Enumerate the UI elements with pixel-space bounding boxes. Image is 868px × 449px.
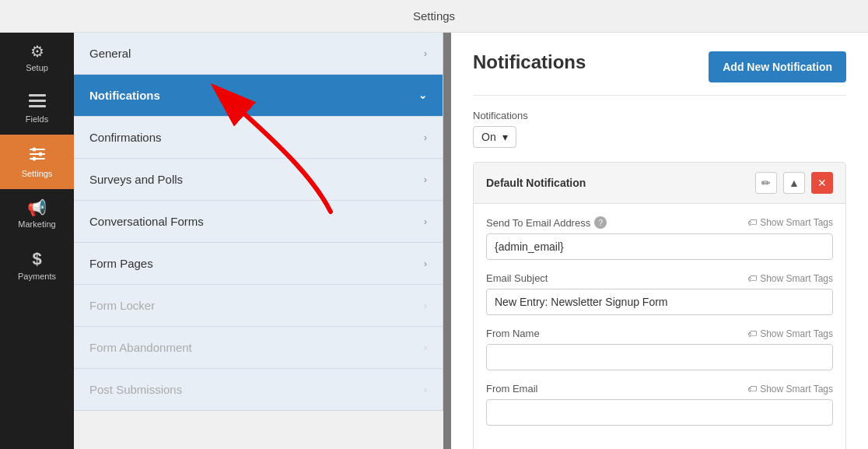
tag-icon-email-subject: 🏷 — [747, 273, 757, 284]
show-smart-tags-email-subject[interactable]: 🏷Show Smart Tags — [747, 273, 833, 284]
notifications-select[interactable]: On ▾ — [473, 126, 516, 148]
sidebar-item-marketing[interactable]: 📢 Marketing — [0, 189, 74, 240]
form-label-from-name: From Name — [486, 328, 540, 339]
svg-rect-0 — [29, 94, 46, 96]
nav-item-notifications[interactable]: Notifications ⌄ — [74, 75, 443, 117]
input-email-subject[interactable] — [486, 289, 833, 315]
card-actions: ✏ ▲ ✕ — [755, 172, 833, 194]
show-smart-tags-from-email[interactable]: 🏷Show Smart Tags — [747, 384, 833, 395]
input-from-email[interactable] — [486, 399, 833, 426]
notification-card-body: Send To Email Address?🏷Show Smart TagsEm… — [474, 204, 845, 449]
payments-icon: $ — [32, 251, 41, 268]
content-area: Notifications Add New Notification Notif… — [451, 33, 868, 449]
form-label-from-email: From Email — [486, 383, 537, 395]
svg-rect-2 — [29, 105, 46, 107]
scroll-divider — [443, 33, 451, 449]
chevron-right-icon-8: › — [424, 384, 427, 395]
chevron-down-icon: ⌄ — [418, 89, 427, 101]
form-row-from-name: From Name🏷Show Smart Tags — [486, 328, 833, 370]
form-label-email-subject: Email Subject — [486, 272, 548, 284]
nav-label-general: General — [89, 47, 131, 60]
nav-label-conversational-forms: Conversational Forms — [89, 215, 204, 228]
chevron-right-icon-2: › — [424, 132, 427, 143]
nav-item-conversational-forms[interactable]: Conversational Forms › — [74, 201, 443, 243]
sidebar-label-payments: Payments — [18, 272, 56, 281]
add-notification-button[interactable]: Add New Notification — [709, 51, 846, 82]
nav-item-surveys-polls[interactable]: Surveys and Polls › — [74, 159, 443, 201]
sidebar-label-setup: Setup — [26, 63, 48, 72]
form-label-send-to-email: Send To Email Address? — [486, 216, 607, 229]
nav-label-surveys-polls: Surveys and Polls — [89, 173, 183, 186]
marketing-icon: 📢 — [27, 200, 47, 216]
show-smart-tags-from-name[interactable]: 🏷Show Smart Tags — [747, 328, 833, 339]
notifications-label: Notifications — [473, 110, 846, 121]
sidebar-label-marketing: Marketing — [18, 219, 55, 229]
content-header: Notifications Add New Notification — [473, 51, 846, 96]
show-smart-tags-label-from-email: Show Smart Tags — [760, 384, 833, 395]
sidebar: ⚙ Setup Fields — [0, 33, 74, 449]
nav-item-post-submissions[interactable]: Post Submissions › — [74, 369, 443, 411]
form-row-send-to-email: Send To Email Address?🏷Show Smart Tags — [486, 216, 833, 260]
gear-icon: ⚙ — [30, 44, 44, 59]
nav-label-form-locker: Form Locker — [89, 299, 155, 312]
content-title: Notifications — [473, 51, 586, 73]
tag-icon-from-name: 🏷 — [747, 328, 757, 339]
nav-label-post-submissions: Post Submissions — [89, 383, 182, 396]
show-smart-tags-label-from-name: Show Smart Tags — [760, 328, 833, 339]
help-icon-send-to-email[interactable]: ? — [594, 216, 607, 229]
chevron-right-icon: › — [424, 47, 427, 59]
notification-card-title: Default Notification — [486, 177, 586, 189]
input-send-to-email[interactable] — [486, 233, 833, 260]
dropdown-arrow-icon: ▾ — [502, 131, 508, 143]
svg-point-7 — [38, 153, 42, 156]
chevron-right-icon-3: › — [424, 174, 427, 185]
move-up-notification-button[interactable]: ▲ — [783, 172, 805, 194]
fields-icon — [29, 94, 46, 110]
show-smart-tags-label-send-to-email: Show Smart Tags — [760, 217, 833, 228]
form-row-from-email: From Email🏷Show Smart Tags — [486, 383, 833, 426]
notifications-value: On — [481, 131, 496, 143]
nav-panel: General › Notifications ⌄ Confirmations … — [74, 33, 443, 411]
chevron-right-icon-7: › — [424, 342, 427, 353]
tag-icon-send-to-email: 🏷 — [747, 217, 757, 228]
show-smart-tags-send-to-email[interactable]: 🏷Show Smart Tags — [747, 217, 833, 228]
notification-card-header: Default Notification ✏ ▲ ✕ — [474, 163, 845, 204]
edit-notification-button[interactable]: ✏ — [755, 172, 777, 194]
sidebar-label-fields: Fields — [26, 114, 48, 124]
settings-icon — [29, 146, 46, 165]
input-from-name[interactable] — [486, 344, 833, 370]
sidebar-item-setup[interactable]: ⚙ Setup — [0, 33, 74, 83]
show-smart-tags-label-email-subject: Show Smart Tags — [760, 273, 833, 284]
nav-label-form-abandonment: Form Abandonment — [89, 341, 192, 354]
sidebar-label-settings: Settings — [22, 169, 53, 178]
nav-label-form-pages: Form Pages — [89, 257, 153, 270]
delete-notification-button[interactable]: ✕ — [811, 172, 833, 194]
chevron-right-icon-4: › — [424, 216, 427, 227]
top-bar: Settings — [0, 0, 868, 33]
svg-rect-1 — [29, 100, 46, 102]
notification-card: Default Notification ✏ ▲ ✕ Send To Email… — [473, 162, 846, 449]
nav-item-form-pages[interactable]: Form Pages › — [74, 243, 443, 285]
nav-label-notifications: Notifications — [89, 89, 160, 102]
chevron-right-icon-5: › — [424, 258, 427, 269]
page-title: Settings — [413, 9, 455, 23]
sidebar-item-settings[interactable]: Settings — [0, 135, 74, 189]
nav-label-confirmations: Confirmations — [89, 131, 162, 144]
chevron-right-icon-6: › — [424, 300, 427, 311]
sidebar-item-payments[interactable]: $ Payments — [0, 240, 74, 292]
sidebar-item-fields[interactable]: Fields — [0, 83, 74, 135]
nav-item-general[interactable]: General › — [74, 33, 443, 75]
tag-icon-from-email: 🏷 — [747, 384, 757, 395]
nav-item-confirmations[interactable]: Confirmations › — [74, 117, 443, 159]
svg-point-8 — [32, 157, 36, 161]
nav-item-form-locker[interactable]: Form Locker › — [74, 285, 443, 327]
form-row-email-subject: Email Subject🏷Show Smart Tags — [486, 272, 833, 315]
nav-item-form-abandonment[interactable]: Form Abandonment › — [74, 327, 443, 369]
svg-point-6 — [32, 148, 36, 152]
